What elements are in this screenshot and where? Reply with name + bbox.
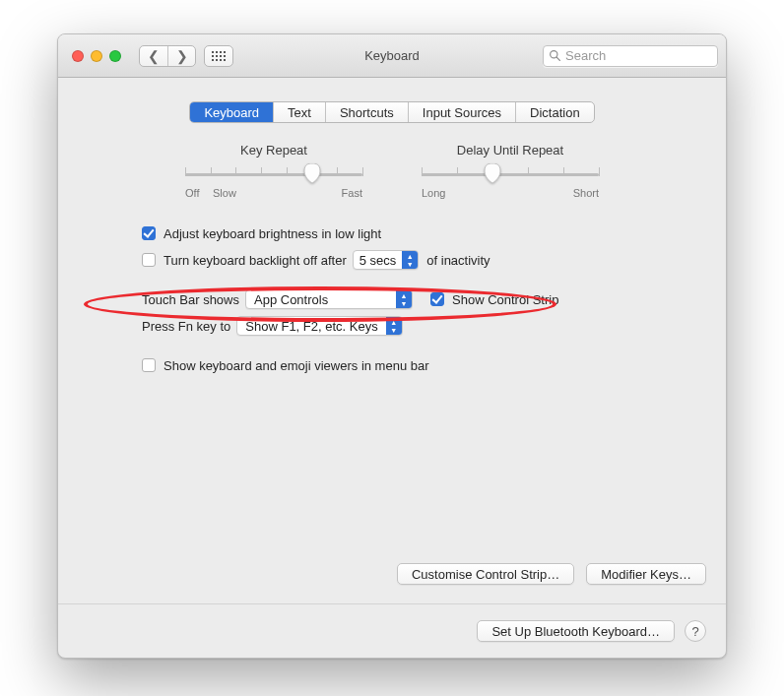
key-repeat-labels: Off Slow Fast — [185, 187, 362, 199]
stepper-icon: ▲▼ — [386, 317, 402, 335]
search-icon — [549, 49, 561, 62]
setup-bluetooth-keyboard-button[interactable]: Set Up Bluetooth Keyboard… — [477, 620, 675, 642]
checkbox-menubar-viewer[interactable] — [142, 358, 156, 372]
key-repeat-slider[interactable] — [185, 167, 362, 183]
slider-thumb[interactable] — [484, 163, 501, 183]
tab-shortcuts[interactable]: Shortcuts — [325, 102, 408, 122]
label-show-control-strip: Show Control Strip — [452, 292, 558, 307]
label-backlight-after: of inactivity — [426, 253, 490, 268]
back-button[interactable]: ❮ — [140, 46, 167, 66]
row-touchbar: Touch Bar shows App Controls ▲▼ Show Con… — [142, 288, 662, 310]
tabs-wrap: Keyboard Text Shortcuts Input Sources Di… — [58, 78, 726, 141]
key-repeat-group: Key Repeat Off Slow Fast — [185, 143, 362, 199]
select-backlight-time-value: 5 secs — [354, 253, 403, 268]
delay-repeat-group: Delay Until Repeat Long Short — [422, 143, 599, 199]
chevron-left-icon: ❮ — [148, 48, 160, 64]
delay-title: Delay Until Repeat — [422, 143, 599, 158]
select-fn-key[interactable]: Show F1, F2, etc. Keys ▲▼ — [236, 316, 402, 336]
delay-slider[interactable] — [422, 167, 599, 183]
row-backlight-off: Turn keyboard backlight off after 5 secs… — [142, 249, 662, 271]
window-toolbar: ❮ ❯ Keyboard — [58, 34, 726, 78]
key-repeat-title: Key Repeat — [185, 143, 362, 158]
checkbox-adjust-brightness[interactable] — [142, 226, 156, 240]
svg-line-1 — [556, 57, 559, 60]
search-field-wrap — [543, 45, 718, 67]
traffic-lights — [72, 50, 121, 62]
label-slow: Slow — [213, 187, 236, 199]
tab-dictation[interactable]: Dictation — [515, 102, 594, 122]
tab-keyboard[interactable]: Keyboard — [190, 102, 273, 122]
bottom-row-2: Set Up Bluetooth Keyboard… ? — [58, 620, 726, 642]
select-touchbar-value: App Controls — [246, 292, 396, 307]
select-fn-key-value: Show F1, F2, etc. Keys — [237, 319, 385, 334]
sliders-row: Key Repeat Off Slow Fast Delay Until Rep… — [102, 143, 682, 199]
tab-text[interactable]: Text — [273, 102, 325, 122]
label-fn-key: Press Fn key to — [142, 319, 230, 334]
pref-tabs: Keyboard Text Shortcuts Input Sources Di… — [189, 101, 594, 123]
preferences-window: ❮ ❯ Keyboard Keyboard Text Shortcuts Inp… — [57, 33, 727, 659]
label-touchbar: Touch Bar shows — [142, 292, 239, 307]
customise-control-strip-button[interactable]: Customise Control Strip… — [397, 563, 574, 585]
checkbox-show-control-strip[interactable] — [430, 292, 444, 306]
label-fast: Fast — [342, 187, 362, 199]
label-long: Long — [422, 187, 445, 199]
label-short: Short — [573, 187, 599, 199]
grid-icon — [212, 51, 226, 61]
label-backlight-before: Turn keyboard backlight off after — [163, 253, 347, 268]
nav-back-forward: ❮ ❯ — [139, 45, 196, 67]
row-fn-key: Press Fn key to Show F1, F2, etc. Keys ▲… — [142, 315, 662, 337]
close-window-button[interactable] — [72, 50, 84, 62]
select-backlight-time[interactable]: 5 secs ▲▼ — [353, 250, 420, 270]
tab-input-sources[interactable]: Input Sources — [408, 102, 515, 122]
label-adjust-brightness: Adjust keyboard brightness in low light — [163, 226, 381, 241]
zoom-window-button[interactable] — [109, 50, 121, 62]
minimize-window-button[interactable] — [91, 50, 102, 62]
stepper-icon: ▲▼ — [396, 290, 412, 308]
row-adjust-brightness: Adjust keyboard brightness in low light — [142, 222, 662, 244]
slider-thumb[interactable] — [303, 163, 321, 183]
help-button[interactable]: ? — [685, 620, 706, 642]
divider — [58, 603, 726, 604]
show-all-button[interactable] — [204, 45, 233, 67]
label-menubar-viewer: Show keyboard and emoji viewers in menu … — [163, 358, 429, 373]
content-area: Key Repeat Off Slow Fast Delay Until Rep… — [58, 141, 726, 376]
search-input[interactable] — [543, 45, 718, 67]
checkbox-backlight-off[interactable] — [142, 253, 156, 267]
bottom-row-1: Customise Control Strip… Modifier Keys… — [58, 563, 726, 585]
label-off: Off — [185, 187, 209, 199]
chevron-right-icon: ❯ — [176, 48, 188, 64]
delay-labels: Long Short — [422, 187, 599, 199]
row-menubar-viewer: Show keyboard and emoji viewers in menu … — [142, 354, 662, 376]
select-touchbar-shows[interactable]: App Controls ▲▼ — [245, 289, 413, 309]
options: Adjust keyboard brightness in low light … — [142, 222, 662, 376]
modifier-keys-button[interactable]: Modifier Keys… — [586, 563, 706, 585]
forward-button[interactable]: ❯ — [167, 46, 195, 66]
stepper-icon: ▲▼ — [402, 251, 418, 269]
